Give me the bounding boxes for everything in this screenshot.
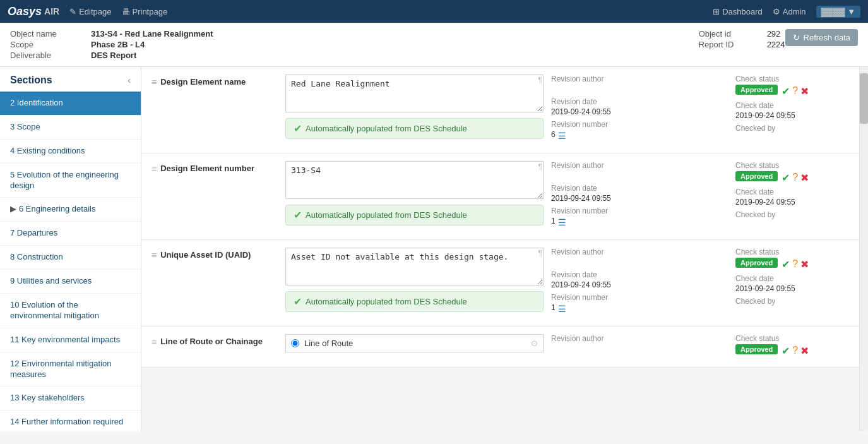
check-green-icon-4[interactable]: ✔ <box>782 345 790 357</box>
admin-link[interactable]: ⚙ Admin <box>773 7 806 16</box>
unique-asset-id-input[interactable]: Asset ID not available at this design st… <box>285 248 544 285</box>
check-orange-icon-2[interactable]: ? <box>792 172 798 183</box>
check-orange-icon-4[interactable]: ? <box>792 345 798 356</box>
field-design-element-number: ≡ Design Element number ¶ 313-S4 ✔ Autom… <box>141 153 859 240</box>
refresh-icon: ↻ <box>793 33 800 42</box>
design-element-number-input[interactable]: 313-S4 <box>285 161 544 199</box>
auto-populated-text-3: Automatically populated from DES Schedul… <box>306 297 467 306</box>
field-meta-col-1: Revision author Revision date 2019-09-24… <box>551 75 728 145</box>
check-green-icon-3[interactable]: ✔ <box>782 258 790 270</box>
content-area: ≡ Design Element name ¶ Red Lane Realign… <box>141 67 859 431</box>
revision-author-value-3 <box>551 258 728 267</box>
object-id-label: Object id <box>699 29 762 39</box>
checked-by-value-1 <box>735 134 849 143</box>
check-status-badge-1: Approved <box>735 85 778 95</box>
check-red-icon-4[interactable]: ✖ <box>800 345 809 357</box>
sidebar-item-6-engineering-details[interactable]: ▶ 6 Engineering details <box>0 198 141 222</box>
check-orange-icon[interactable]: ? <box>792 85 798 97</box>
sidebar-item-14-further-info[interactable]: 14 Further information required <box>0 411 141 431</box>
check-date-value-3: 2019-09-24 09:55 <box>735 284 849 293</box>
editpage-link[interactable]: ✎ Editpage <box>69 7 111 16</box>
drag-handle-icon-2: ≡ <box>152 164 157 174</box>
sidebar-item-3-scope[interactable]: 3 Scope <box>0 116 141 140</box>
edit-icon: ✎ <box>69 7 76 16</box>
design-element-name-input[interactable]: Red Lane Realignment <box>285 75 544 112</box>
sidebar-toggle-button[interactable]: ‹ <box>128 75 131 85</box>
radio-group-line-of-route: Line of Route ⊙ <box>285 334 544 352</box>
check-status-badge-4: Approved <box>735 344 778 354</box>
revision-date-value-2: 2019-09-24 09:55 <box>551 194 728 203</box>
check-status-label-2: Check status <box>735 161 849 170</box>
sidebar-item-7-departures[interactable]: 7 Departures <box>0 222 141 246</box>
textarea-wrapper-2: ¶ 313-S4 <box>285 161 544 201</box>
check-green-icon[interactable]: ✔ <box>782 85 790 97</box>
user-menu[interactable]: ▓▓▓▓ ▼ <box>816 6 860 18</box>
field-meta-col-4: Revision author <box>551 334 728 359</box>
report-id-label: Report ID <box>699 40 762 49</box>
sidebar-item-11-key-environmental[interactable]: 11 Key environmental impacts <box>0 328 141 352</box>
sidebar-item-4-existing-conditions[interactable]: 4 Existing conditions <box>0 140 141 164</box>
sidebar-item-8-construction[interactable]: 8 Construction <box>0 246 141 270</box>
textarea-wrapper-1: ¶ Red Lane Realignment <box>285 75 544 114</box>
revision-number-value-3: 1 <box>551 303 556 312</box>
revision-date-label-1: Revision date <box>551 97 728 106</box>
nav-actions: ✎ Editpage 🖶 Printpage <box>69 7 167 16</box>
revision-list-icon-2[interactable]: ☰ <box>558 217 566 227</box>
auto-check-icon: ✔ <box>294 123 302 135</box>
revision-list-icon-3[interactable]: ☰ <box>558 304 566 314</box>
field-label-col-2: ≡ Design Element number <box>152 161 278 232</box>
sidebar-item-2-identification[interactable]: 2 Identification <box>0 92 141 116</box>
check-orange-icon-3[interactable]: ? <box>792 258 798 270</box>
checked-by-value-2 <box>735 220 849 229</box>
deliverable-label: Deliverable <box>10 51 86 60</box>
check-date-value-2: 2019-09-24 09:55 <box>735 198 849 207</box>
check-status-label-4: Check status <box>735 334 849 343</box>
radio-line-of-route-label: Line of Route <box>304 339 353 348</box>
field-actions-col-3: Check status Approved ✔ ? ✖ Check date 2… <box>735 248 849 318</box>
scope-value: Phase 2B - L4 <box>91 40 674 49</box>
field-content-col-1: ¶ Red Lane Realignment ✔ Automatically p… <box>285 75 544 145</box>
sidebar-item-5-evolution-engineering[interactable]: 5 Evolution of the engineering design <box>0 164 141 198</box>
field-line-of-route: ≡ Line of Route or Chainage Line of Rout… <box>141 327 859 368</box>
dashboard-link[interactable]: ⊞ Dashboard <box>713 7 763 16</box>
radio-line-of-route[interactable] <box>291 339 299 347</box>
sidebar-item-10-environmental-evolution[interactable]: 10 Evolution of the environmental mitiga… <box>0 294 141 328</box>
design-element-name-label: Design Element name <box>160 77 246 87</box>
report-id-value: 2224 <box>767 40 785 49</box>
sidebar-item-9-utilities[interactable]: 9 Utilities and services <box>0 270 141 294</box>
content-scrollbar[interactable] <box>859 67 868 431</box>
check-icons-3: ✔ ? ✖ <box>782 258 809 270</box>
field-actions-col-2: Check status Approved ✔ ? ✖ Check date 2… <box>735 161 849 232</box>
printpage-link[interactable]: 🖶 Printpage <box>122 7 168 16</box>
sidebar-title: Sections <box>10 75 52 86</box>
check-status-badge-3: Approved <box>735 258 778 268</box>
checked-by-value-3 <box>735 307 849 316</box>
check-red-icon-2[interactable]: ✖ <box>800 172 809 184</box>
revision-date-value-1: 2019-09-24 09:55 <box>551 107 728 116</box>
object-name-value: 313-S4 - Red Lane Realignment <box>91 29 674 39</box>
revision-author-value-1 <box>551 85 728 93</box>
textarea-wrapper-3: ¶ Asset ID not available at this design … <box>285 248 544 287</box>
revision-list-icon-1[interactable]: ☰ <box>558 131 566 141</box>
check-status-badge-2: Approved <box>735 171 778 181</box>
revision-date-label-2: Revision date <box>551 184 728 193</box>
unique-asset-id-label: Unique Asset ID (UAID) <box>160 250 251 260</box>
check-green-icon-2[interactable]: ✔ <box>782 172 790 184</box>
auto-populated-3: ✔ Automatically populated from DES Sched… <box>285 291 544 312</box>
dashboard-icon: ⊞ <box>713 7 720 16</box>
sidebar-item-12-mitigation-measures[interactable]: 12 Environmental mitigation measures <box>0 352 141 387</box>
field-content-col-3: ¶ Asset ID not available at this design … <box>285 248 544 318</box>
check-icons-2: ✔ ? ✖ <box>782 172 809 184</box>
revision-author-label: Revision author <box>551 75 728 83</box>
sidebar-item-13-key-stakeholders[interactable]: 13 Key stakeholders <box>0 387 141 411</box>
top-corner-mark: ¶ <box>538 76 542 85</box>
top-navigation: Oasys AIR ✎ Editpage 🖶 Printpage ⊞ Dashb… <box>0 0 868 23</box>
refresh-button[interactable]: ↻ Refresh data <box>785 29 858 46</box>
main-layout: Sections ‹ 2 Identification 3 Scope 4 Ex… <box>0 67 868 431</box>
revision-author-value-4 <box>551 344 728 353</box>
sidebar: Sections ‹ 2 Identification 3 Scope 4 Ex… <box>0 67 141 431</box>
revision-author-label-4: Revision author <box>551 334 728 343</box>
check-red-icon[interactable]: ✖ <box>800 85 809 97</box>
check-red-icon-3[interactable]: ✖ <box>800 258 809 270</box>
field-unique-asset-id: ≡ Unique Asset ID (UAID) ¶ Asset ID not … <box>141 240 859 327</box>
